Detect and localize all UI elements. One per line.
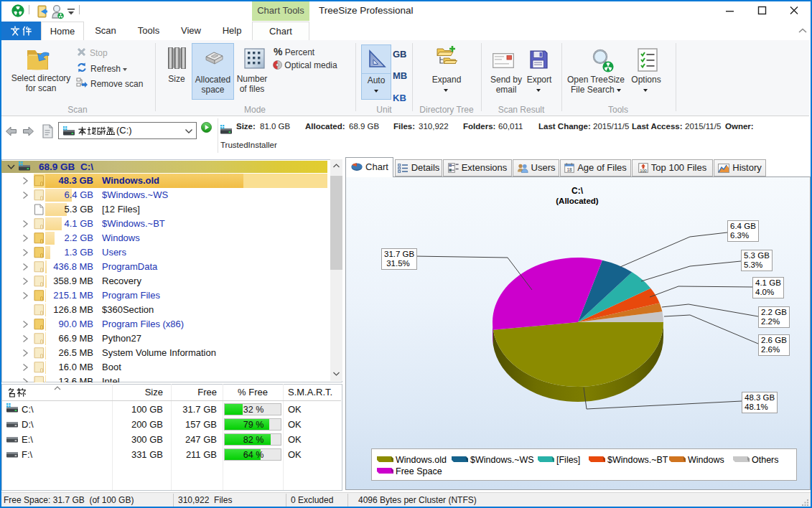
svg-text:100: 100 bbox=[640, 169, 647, 173]
svg-text:18: 18 bbox=[567, 167, 573, 172]
